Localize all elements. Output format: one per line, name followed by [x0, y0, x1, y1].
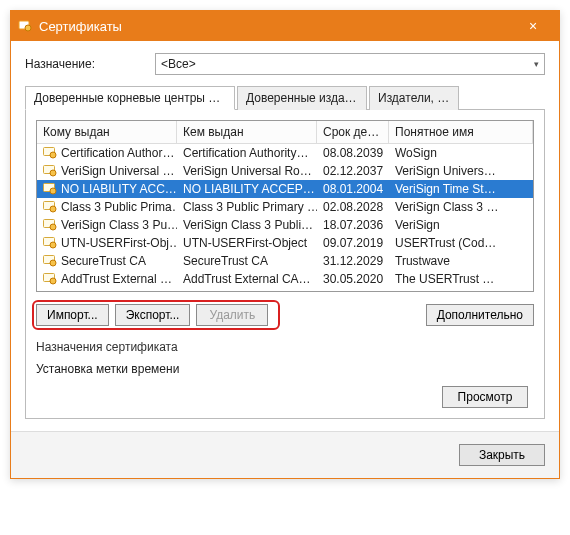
action-row: Импорт... Экспорт... Удалить Дополнитель…	[36, 304, 534, 326]
table-row[interactable]: Certification Author…Certification Autho…	[37, 144, 533, 162]
window-title: Сертификаты	[39, 19, 513, 34]
certificates-dialog: Сертификаты × Назначение: <Все> ▾ Довере…	[10, 10, 560, 479]
table-row[interactable]: SecureTrust CASecureTrust CA31.12.2029Tr…	[37, 252, 533, 270]
svg-point-5	[50, 170, 56, 176]
close-dialog-button[interactable]: Закрыть	[459, 444, 545, 466]
cell-expires: 02.08.2028	[317, 199, 389, 215]
table-row[interactable]: Thawte Timestampi…Thawte Timestamping …0…	[37, 288, 533, 291]
cell-issued-to: Class 3 Public Prima…	[37, 199, 177, 215]
cell-issued-by: SecureTrust CA	[177, 253, 317, 269]
certificate-icon	[17, 18, 33, 34]
cell-issued-by: NO LIABILITY ACCEP…	[177, 181, 317, 197]
table-row[interactable]: NO LIABILITY ACC…NO LIABILITY ACCEP…08.0…	[37, 180, 533, 198]
certificate-icon	[43, 255, 57, 267]
certificate-list[interactable]: Кому выдан Кем выдан Срок де… Понятное и…	[36, 120, 534, 292]
col-expires[interactable]: Срок де…	[317, 121, 389, 143]
certificate-icon	[43, 237, 57, 249]
table-row[interactable]: UTN-USERFirst-Obj…UTN-USERFirst-Object09…	[37, 234, 533, 252]
cell-issued-to: VeriSign Universal …	[37, 163, 177, 179]
table-row[interactable]: AddTrust External …AddTrust External CA……	[37, 270, 533, 288]
remove-button: Удалить	[196, 304, 268, 326]
svg-point-9	[50, 206, 56, 212]
cell-friendly: VeriSign Time St…	[389, 181, 533, 197]
cell-issued-by: UTN-USERFirst-Object	[177, 235, 317, 251]
cell-friendly: WoSign	[389, 145, 533, 161]
cell-issued-to: SecureTrust CA	[37, 253, 177, 269]
import-button[interactable]: Импорт...	[36, 304, 109, 326]
cell-issued-by: AddTrust External CA…	[177, 271, 317, 287]
tab-2[interactable]: Издатели, не	[369, 86, 459, 110]
export-button[interactable]: Экспорт...	[115, 304, 191, 326]
cell-friendly: Trustwave	[389, 253, 533, 269]
cell-issued-to: UTN-USERFirst-Obj…	[37, 235, 177, 251]
cell-friendly: VeriSign Univers…	[389, 163, 533, 179]
cell-issued-by: Class 3 Public Primary …	[177, 199, 317, 215]
table-row[interactable]: Class 3 Public Prima…Class 3 Public Prim…	[37, 198, 533, 216]
cell-friendly: VeriSign Class 3 …	[389, 199, 533, 215]
certificate-icon	[43, 183, 57, 195]
svg-point-3	[50, 152, 56, 158]
cell-issued-to: Certification Author…	[37, 145, 177, 161]
cert-purpose-value: Установка метки времени	[36, 362, 534, 376]
list-header: Кому выдан Кем выдан Срок де… Понятное и…	[37, 121, 533, 144]
cell-issued-by: VeriSign Universal Ro…	[177, 163, 317, 179]
cell-friendly: Thawte Timesta…	[389, 289, 533, 291]
tab-0[interactable]: Доверенные корневые центры сертификации	[25, 86, 235, 110]
table-row[interactable]: VeriSign Universal …VeriSign Universal R…	[37, 162, 533, 180]
list-body[interactable]: Certification Author…Certification Autho…	[37, 144, 533, 291]
dialog-body: Назначение: <Все> ▾ Доверенные корневые …	[11, 41, 559, 431]
cell-issued-by: VeriSign Class 3 Publi…	[177, 217, 317, 233]
col-friendly[interactable]: Понятное имя	[389, 121, 533, 143]
purpose-value: <Все>	[161, 57, 196, 71]
dialog-footer: Закрыть	[11, 431, 559, 478]
cell-expires: 08.01.2004	[317, 181, 389, 197]
svg-point-13	[50, 242, 56, 248]
cell-issued-to: NO LIABILITY ACC…	[37, 181, 177, 197]
table-row[interactable]: VeriSign Class 3 Pu…VeriSign Class 3 Pub…	[37, 216, 533, 234]
svg-point-7	[50, 188, 56, 194]
cell-expires: 09.07.2019	[317, 235, 389, 251]
cell-friendly: USERTrust (Cod…	[389, 235, 533, 251]
purpose-select[interactable]: <Все> ▾	[155, 53, 545, 75]
svg-point-15	[50, 260, 56, 266]
advanced-button[interactable]: Дополнительно	[426, 304, 534, 326]
cell-issued-by: Thawte Timestamping …	[177, 289, 317, 291]
cell-expires: 31.12.2029	[317, 253, 389, 269]
tab-strip: Доверенные корневые центры сертификацииД…	[25, 85, 545, 110]
svg-point-17	[50, 278, 56, 284]
cell-issued-to: AddTrust External …	[37, 271, 177, 287]
cell-expires: 18.07.2036	[317, 217, 389, 233]
cert-purpose-section: Назначения сертификата Установка метки в…	[36, 340, 534, 408]
cell-friendly: VeriSign	[389, 217, 533, 233]
chevron-down-icon: ▾	[534, 59, 539, 69]
close-icon: ×	[529, 18, 537, 34]
cell-issued-by: Certification Authority…	[177, 145, 317, 161]
certificate-icon	[43, 201, 57, 213]
tab-panel: Кому выдан Кем выдан Срок де… Понятное и…	[25, 110, 545, 419]
cell-issued-to: Thawte Timestampi…	[37, 289, 177, 291]
cert-purpose-label: Назначения сертификата	[36, 340, 534, 354]
tab-1[interactable]: Доверенные издатели	[237, 86, 367, 110]
col-issued-by[interactable]: Кем выдан	[177, 121, 317, 143]
cell-expires: 01.01.2021	[317, 289, 389, 291]
certificate-icon	[43, 165, 57, 177]
cell-issued-to: VeriSign Class 3 Pu…	[37, 217, 177, 233]
col-issued-to[interactable]: Кому выдан	[37, 121, 177, 143]
cell-expires: 30.05.2020	[317, 271, 389, 287]
title-bar: Сертификаты ×	[11, 11, 559, 41]
certificate-icon	[43, 273, 57, 285]
svg-point-1	[25, 25, 31, 31]
purpose-label: Назначение:	[25, 57, 155, 71]
view-button[interactable]: Просмотр	[442, 386, 528, 408]
certificate-icon	[43, 147, 57, 159]
cell-expires: 08.08.2039	[317, 145, 389, 161]
close-button[interactable]: ×	[513, 11, 553, 41]
purpose-row: Назначение: <Все> ▾	[25, 53, 545, 75]
certificate-icon	[43, 219, 57, 231]
svg-point-11	[50, 224, 56, 230]
cell-expires: 02.12.2037	[317, 163, 389, 179]
cell-friendly: The USERTrust …	[389, 271, 533, 287]
